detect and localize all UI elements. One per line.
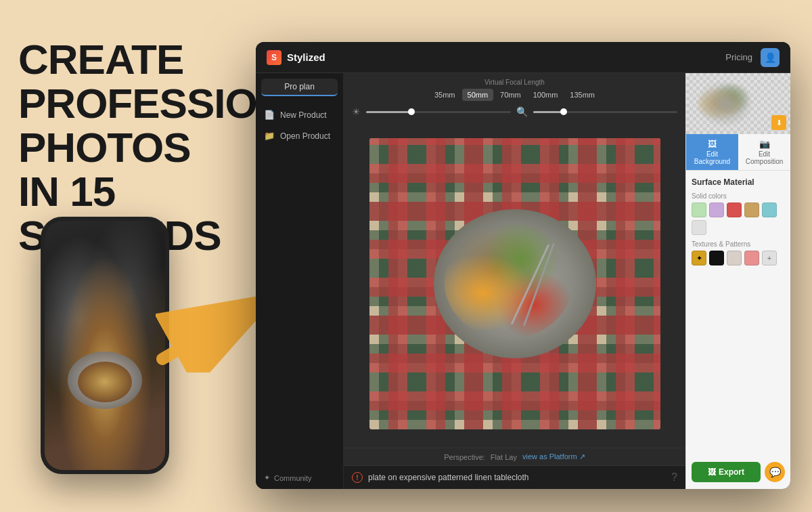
sidebar-item-new-product[interactable]: 📄 New Product [256, 104, 343, 125]
chat-icon: 💬 [769, 467, 781, 477]
texture-add-button[interactable]: + [762, 251, 777, 265]
edit-tabs: 🖼 Edit Background 📷 Edit Composition [686, 134, 790, 171]
chat-button[interactable]: 💬 [765, 462, 785, 482]
logo-icon: S [267, 50, 281, 65]
main-content: Virtual Focal Length 35mm 50mm 70mm 100m… [344, 73, 685, 489]
prompt-help-icon[interactable]: ? [671, 471, 677, 484]
prompt-bar: ! ? [344, 465, 685, 489]
perspective-bar: Perspective: Flat Lay view as Platform ↗ [344, 448, 685, 465]
image-canvas [344, 120, 685, 448]
texture-marble[interactable] [727, 251, 742, 265]
app-header: S Stylized Pricing 👤 [256, 42, 790, 73]
open-product-icon: 📁 [264, 131, 275, 141]
focal-btn-35mm[interactable]: 35mm [429, 89, 461, 101]
pricing-link[interactable]: Pricing [725, 52, 752, 62]
user-icon: 👤 [765, 52, 776, 63]
panel-preview: ⬇ [686, 73, 790, 134]
perspective-value: Flat Lay [491, 453, 517, 461]
swatch-light-gray[interactable] [692, 220, 706, 235]
new-product-label: New Product [280, 110, 327, 120]
phone-screen [45, 221, 165, 470]
surface-material-title: Surface Material [692, 177, 785, 187]
zoom-slider[interactable] [533, 111, 678, 113]
app-name: Stylized [287, 51, 325, 63]
plan-tab[interactable]: Pro plan [261, 79, 338, 96]
swatch-red[interactable] [727, 202, 742, 217]
tab-edit-composition[interactable]: 📷 Edit Composition [738, 134, 790, 170]
open-product-label: Open Product [280, 131, 330, 141]
right-panel: ⬇ 🖼 Edit Background 📷 Edit Composition S… [685, 73, 790, 489]
focal-buttons: 35mm 50mm 70mm 100mm 135mm [429, 89, 600, 101]
texture-swatches: ✦ + [692, 251, 785, 265]
view-as-platform-link[interactable]: view as Platform ↗ [522, 452, 585, 461]
tab-edit-background[interactable]: 🖼 Edit Background [686, 134, 738, 170]
perspective-label: Perspective: [444, 453, 485, 461]
user-avatar[interactable]: 👤 [761, 48, 780, 67]
prompt-input[interactable] [368, 473, 666, 482]
focal-btn-70mm[interactable]: 70mm [495, 89, 526, 101]
texture-pink[interactable] [744, 251, 759, 265]
community-label: Community [274, 474, 312, 482]
focal-btn-100mm[interactable]: 100mm [528, 89, 564, 101]
app-window: S Stylized Pricing 👤 Pro plan 📄 New Prod… [256, 42, 790, 489]
focal-btn-50mm[interactable]: 50mm [462, 89, 494, 101]
focal-toolbar: Virtual Focal Length 35mm 50mm 70mm 100m… [344, 73, 685, 104]
food-photo [369, 138, 660, 429]
download-button[interactable]: ⬇ [771, 115, 786, 130]
solid-colors-label: Solid colors [692, 192, 785, 200]
swatch-tan[interactable] [744, 202, 759, 217]
edit-background-label: Edit Background [689, 150, 736, 165]
texture-black[interactable] [709, 251, 724, 265]
swatch-light-purple[interactable] [709, 202, 724, 217]
prompt-warning-icon: ! [352, 472, 363, 483]
brightness-icon: ☀ [352, 106, 361, 117]
zoom-controls: ☀ 🔍 [344, 104, 685, 120]
export-label: Export [719, 467, 744, 477]
phone-food-sim [78, 362, 132, 402]
zoom-icon: 🔍 [516, 106, 528, 117]
swatch-light-green[interactable] [692, 202, 706, 217]
solid-colors-swatches [692, 202, 785, 235]
swatch-teal[interactable] [762, 202, 777, 217]
focal-label: Virtual Focal Length [484, 79, 545, 86]
preview-food-sim [696, 80, 754, 127]
texture-woven[interactable]: ✦ [692, 251, 706, 265]
phone-photo-overlay [45, 221, 165, 470]
new-product-icon: 📄 [264, 110, 275, 120]
export-section: 🖼 Export 💬 [686, 455, 790, 489]
sidebar-item-open-product[interactable]: 📁 Open Product [256, 125, 343, 146]
app-logo: S Stylized [267, 50, 325, 65]
edit-background-icon: 🖼 [708, 139, 717, 149]
sidebar-item-community[interactable]: ✦ Community [256, 467, 343, 489]
export-icon: 🖼 [708, 467, 716, 477]
focal-btn-135mm[interactable]: 135mm [564, 89, 600, 101]
edit-composition-label: Edit Composition [741, 150, 788, 165]
sidebar: Pro plan 📄 New Product 📁 Open Product ✦ … [256, 73, 344, 489]
textures-label: Textures & Patterns [692, 240, 785, 248]
export-button[interactable]: 🖼 Export [692, 462, 761, 482]
app-body: Pro plan 📄 New Product 📁 Open Product ✦ … [256, 73, 790, 489]
edit-composition-icon: 📷 [759, 139, 770, 149]
food-sim [444, 224, 572, 339]
phone-mockup [41, 217, 169, 474]
brightness-slider[interactable] [366, 111, 511, 113]
community-icon: ✦ [264, 473, 270, 482]
surface-material-section: Surface Material Solid colors Textures &… [686, 171, 790, 272]
